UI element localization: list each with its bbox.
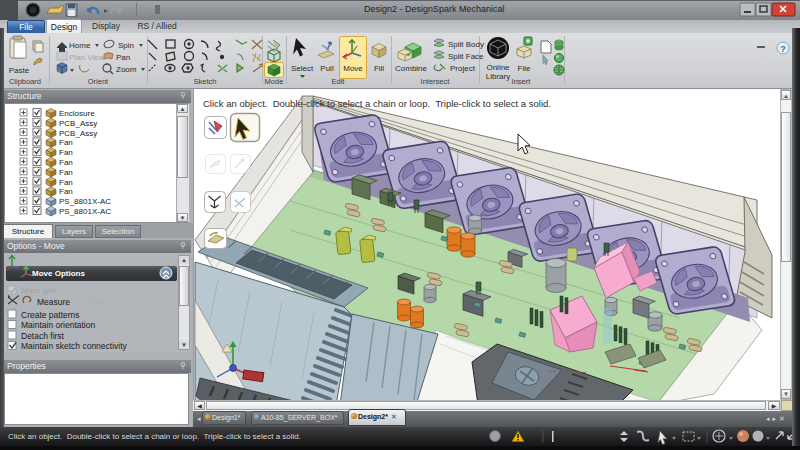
svg-text:Pull: Pull [320,64,334,73]
svg-text:Fan: Fan [59,187,73,196]
svg-text:Fan: Fan [59,148,73,157]
svg-text:Sketch: Sketch [194,77,217,86]
svg-text:Fill: Fill [374,64,384,73]
svg-text:Detach first: Detach first [21,331,65,341]
svg-text:Fan: Fan [59,178,73,187]
svg-text:Home: Home [69,41,91,50]
svg-text:Plan View: Plan View [69,53,105,62]
svg-text:PS_8801X-AC: PS_8801X-AC [59,197,111,206]
svg-text:Orient: Orient [88,77,109,86]
svg-text:Create patterns: Create patterns [21,310,80,320]
svg-text:Insert: Insert [512,77,532,86]
svg-text:Library: Library [486,72,510,81]
svg-text:Maintain orientation: Maintain orientation [21,320,95,330]
svg-text:PCB_Assy: PCB_Assy [59,119,97,128]
svg-text:File: File [518,64,531,73]
svg-text:Ruler: Ruler [86,297,106,307]
svg-text:Fan: Fan [59,158,73,167]
svg-text:PS_8801X-AC: PS_8801X-AC [59,207,111,216]
svg-text:Pan: Pan [116,53,130,62]
svg-text:Split Body: Split Body [448,40,484,49]
svg-text:Measure: Measure [37,297,70,307]
svg-text:Paste: Paste [9,66,30,75]
svg-text:Fan: Fan [59,138,73,147]
svg-text:Maintain sketch connectivity: Maintain sketch connectivity [21,341,128,351]
svg-text:Move grid: Move grid [21,286,56,295]
svg-text:Combine: Combine [395,64,428,73]
svg-text:Online: Online [486,63,510,72]
svg-text:Zoom: Zoom [116,65,137,74]
svg-text:Enclosure: Enclosure [59,109,95,118]
svg-text:Mode: Mode [265,77,284,86]
svg-text:Spin: Spin [118,41,134,50]
svg-text:Project: Project [450,64,476,73]
svg-text:Select: Select [291,64,314,73]
svg-text:Split Face: Split Face [448,52,484,61]
svg-text:?: ? [780,44,786,54]
svg-text:Move: Move [343,64,363,73]
svg-text:Clipboard: Clipboard [9,77,41,86]
svg-text:Intersect: Intersect [421,77,451,86]
svg-text:PCB_Assy: PCB_Assy [59,129,97,138]
svg-text:Fan: Fan [59,168,73,177]
